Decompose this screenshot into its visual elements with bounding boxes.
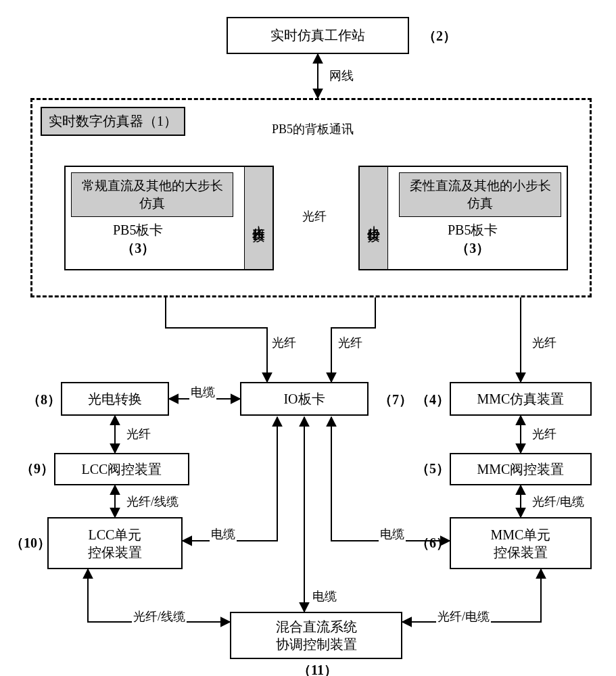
- opto-lcc-fiber: 光纤: [125, 426, 152, 442]
- realtime-workstation: 实时仿真工作站: [227, 17, 409, 54]
- fiber-right-down: 光纤: [337, 335, 364, 351]
- mmc-sim-device: MMC仿真装置: [450, 382, 592, 416]
- right-card-ref: （3）: [456, 241, 490, 256]
- hybrid-dc-coord-device: 混合直流系统协调控制装置: [230, 612, 402, 659]
- ref-5: （5）: [416, 460, 450, 478]
- pb5-card-right: 小步长接口 柔性直流及其他的小步长仿真 PB5板卡 （3）: [358, 166, 568, 270]
- pb5-card-left: 常规直流及其他的大步长仿真 PB5板卡 （3） 大步长接口: [64, 166, 274, 270]
- ref-7: （7）: [379, 391, 412, 409]
- lcc-valve-device: LCC阀控装置: [54, 453, 189, 485]
- opto-conversion: 光电转换: [61, 382, 169, 416]
- mmc-coord-fiber: 光纤/电缆: [436, 608, 491, 625]
- fiber-left-down: 光纤: [270, 335, 298, 351]
- ref-8: （8）: [27, 391, 61, 409]
- backplane-label: PB5的背板通讯: [270, 121, 355, 137]
- ref-2: （2）: [423, 27, 456, 45]
- left-card-ref: （3）: [121, 241, 155, 256]
- right-card-gray: 柔性直流及其他的小步长仿真: [399, 172, 561, 217]
- ref-11: （11）: [298, 661, 337, 676]
- io-card: IO板卡: [240, 382, 369, 416]
- large-step-port: 大步长接口: [244, 167, 273, 269]
- mmc-valve-unit-fiber: 光纤/电缆: [531, 493, 586, 510]
- left-card-name: PB5板卡: [113, 222, 163, 237]
- left-card-gray: 常规直流及其他的大步长仿真: [71, 172, 233, 217]
- link-netline: 网线: [328, 68, 355, 84]
- ref-10: （10）: [10, 534, 51, 552]
- inter-card-fiber: 光纤: [301, 208, 328, 224]
- ref-9: （9）: [20, 460, 54, 478]
- mmc-unit-device: MMC单元控保装置: [450, 517, 592, 569]
- mmc-sim-valve-fiber: 光纤: [531, 426, 558, 442]
- small-step-port: 小步长接口: [360, 167, 388, 269]
- lcc-coord-fiber: 光纤/线缆: [132, 608, 187, 625]
- io-coord-cable: 电缆: [311, 588, 338, 604]
- right-card-name: PB5板卡: [448, 222, 498, 237]
- ref-6: （6）: [416, 534, 450, 552]
- mmc-valve-device: MMC阀控装置: [450, 453, 592, 485]
- workstation-label: 实时仿真工作站: [270, 26, 365, 45]
- io-lcc-cable: 电缆: [210, 526, 237, 542]
- simulator-title: 实时数字仿真器（1）: [41, 107, 185, 136]
- io-mmc-cable: 电缆: [379, 526, 406, 542]
- lcc-valve-unit-fiber: 光纤/线缆: [125, 493, 180, 510]
- ref-4: （4）: [416, 391, 450, 409]
- fiber-mmc-down: 光纤: [531, 335, 558, 351]
- opto-io-cable: 电缆: [189, 384, 216, 400]
- lcc-unit-device: LCC单元控保装置: [47, 517, 183, 569]
